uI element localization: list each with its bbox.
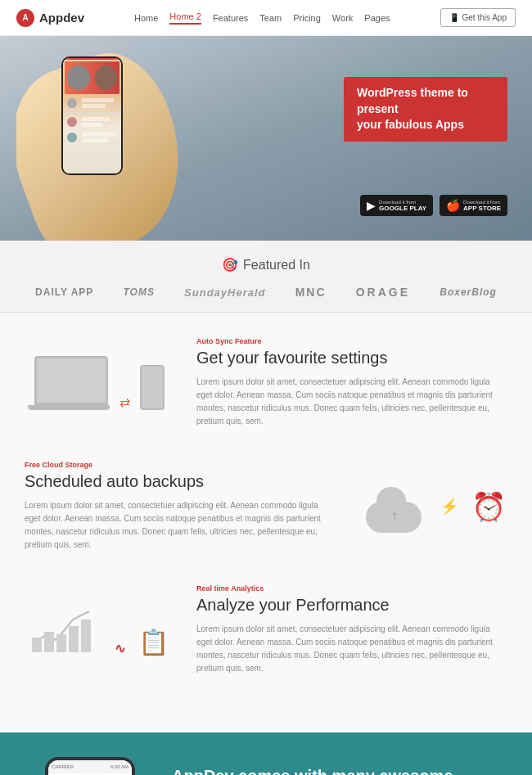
alarm-icon: ⏰	[471, 490, 506, 523]
trend-svg	[28, 603, 101, 656]
apple-icon: 🍎	[446, 199, 460, 212]
feature-row-1: ⇄ Auto Sync Feature Get your favourite s…	[25, 337, 507, 428]
nav-pages[interactable]: Pages	[364, 13, 390, 23]
feature-title-3: Analyze your Performance	[196, 596, 507, 615]
svg-rect-1	[44, 632, 54, 652]
chart-icon	[28, 603, 101, 656]
feature-visual-2: ↑ ⚡ ⏰	[360, 480, 507, 533]
checklist-icon: 📋	[138, 628, 169, 656]
feature-title-1: Get your favourite settings	[196, 349, 507, 367]
teal-phone-wrap: CARRIER 6:00 AM	[25, 757, 156, 775]
svg-rect-3	[69, 626, 79, 652]
sync-icon: ⇄	[119, 394, 130, 410]
hero-store-buttons: ▶ Download it from GOOGLE PLAY 🍎 Downloa…	[360, 195, 507, 216]
featured-logo-2: SundayHerald	[184, 286, 265, 299]
nav-features[interactable]: Features	[213, 13, 248, 23]
feature-tag-2: Free Cloud Storage	[25, 461, 336, 469]
logo[interactable]: A Appdev	[16, 9, 84, 27]
feature-desc-3: Lorem ipsum dolor sit amet, consectetuer…	[196, 623, 507, 675]
hero-headline: WordPress theme to present your fabulous…	[357, 85, 494, 133]
mini-phone-icon	[140, 365, 165, 410]
teal-title: AppDev comes with many awesome features.	[172, 765, 507, 775]
teal-phone-mockup: CARRIER 6:00 AM	[45, 757, 135, 775]
svg-rect-0	[32, 638, 42, 652]
featured-logo-3: MNC	[295, 286, 327, 299]
navbar: A Appdev Home Home 2 Features Team Prici…	[0, 0, 532, 36]
nav-team[interactable]: Team	[259, 13, 282, 23]
feature-visual-3: ∿ 📋	[25, 603, 172, 656]
feature-desc-1: Lorem ipsum dolor sit amet, consectetuer…	[196, 376, 507, 428]
nav-home[interactable]: Home	[134, 13, 158, 23]
feature-row-3: ∿ 📋 Real time Analytics Analyze your Per…	[25, 584, 507, 675]
heartbeat-icon: ∿	[115, 641, 125, 656]
nav-work[interactable]: Work	[332, 13, 353, 23]
featured-logo-1: TOMS	[123, 286, 154, 298]
laptop-icon	[34, 356, 108, 405]
svg-rect-2	[56, 634, 66, 652]
svg-rect-4	[81, 620, 91, 652]
lightning-icon: ⚡	[440, 498, 458, 516]
feature-desc-2: Lorem ipsum dolor sit amet, consectetuer…	[25, 499, 336, 552]
features-section: ⇄ Auto Sync Feature Get your favourite s…	[0, 313, 532, 732]
feature-title-2: Scheduled auto backups	[25, 472, 336, 491]
google-play-button[interactable]: ▶ Download it from GOOGLE PLAY	[360, 195, 433, 216]
teal-text-content: AppDev comes with many awesome features.…	[172, 757, 507, 775]
feature-tag-3: Real time Analytics	[196, 584, 507, 593]
featured-title: 🎯 Featured In	[25, 257, 507, 273]
featured-logo-5: BoxerBlog	[440, 286, 497, 298]
app-store-button[interactable]: 🍎 Download it from APP STORE	[440, 195, 507, 216]
feature-content-3: Real time Analytics Analyze your Perform…	[196, 584, 507, 675]
featured-logo-4: ORAGE	[356, 286, 410, 299]
featured-logo-0: DAILY APP	[35, 286, 93, 298]
featured-section: 🎯 Featured In DAILY APP TOMS SundayHeral…	[0, 241, 532, 313]
phone-icon: 📱	[449, 13, 459, 22]
play-icon: ▶	[367, 199, 376, 212]
feature-tag-1: Auto Sync Feature	[196, 337, 507, 345]
hero-text-box: WordPress theme to present your fabulous…	[344, 77, 507, 142]
logo-icon: A	[16, 9, 34, 27]
hero-section: WordPress theme to present your fabulous…	[0, 36, 532, 241]
feature-visual-1: ⇄	[25, 356, 172, 410]
nav-pricing[interactable]: Pricing	[293, 13, 321, 23]
feature-row-2: ↑ ⚡ ⏰ Free Cloud Storage Scheduled auto …	[25, 461, 507, 552]
nav-cta-button[interactable]: 📱 Get this App	[440, 8, 516, 27]
nav-links: Home Home 2 Features Team Pricing Work P…	[134, 11, 390, 25]
cloud-icon: ↑	[362, 480, 427, 533]
feature-content-2: Free Cloud Storage Scheduled auto backup…	[25, 461, 336, 552]
feature-content-1: Auto Sync Feature Get your favourite set…	[196, 337, 507, 428]
logo-text: Appdev	[39, 11, 84, 25]
featured-icon: 🎯	[222, 257, 238, 273]
featured-logos: DAILY APP TOMS SundayHerald MNC ORAGE Bo…	[25, 286, 507, 299]
nav-home2[interactable]: Home 2	[169, 11, 201, 25]
teal-section: CARRIER 6:00 AM	[0, 732, 532, 775]
